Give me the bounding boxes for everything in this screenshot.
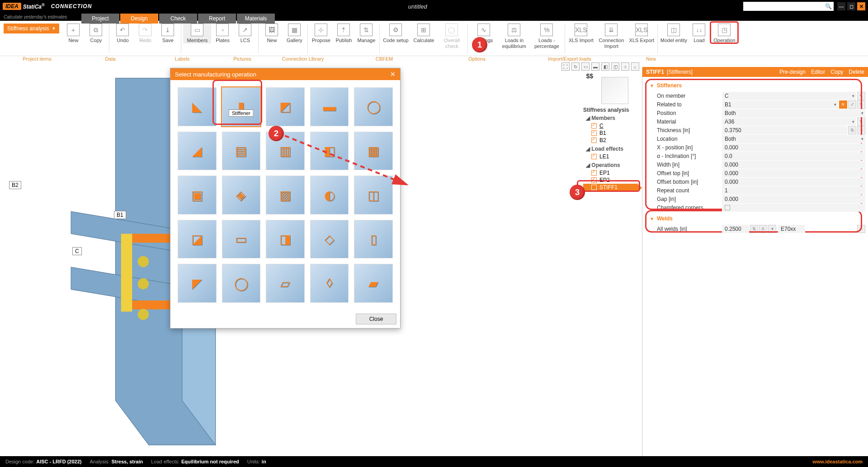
propose-button[interactable]: ⊹Propose	[310, 22, 332, 43]
operation-cell-15[interactable]: ◪	[178, 220, 217, 259]
dropdown-icon[interactable]: ▾	[768, 225, 776, 233]
code-setup-button[interactable]: ⚙Code setup	[382, 22, 410, 43]
loads-pct-button[interactable]: %Loads - percentage	[530, 22, 563, 49]
operation-cell-9[interactable]: ▦	[354, 132, 393, 171]
tab-materials[interactable]: Materials	[237, 14, 275, 24]
website-link[interactable]: www.ideastatica.com	[812, 459, 863, 464]
checkbox-icon[interactable]	[591, 170, 597, 176]
operation-cell-16[interactable]: ▭	[222, 220, 261, 259]
editor-action[interactable]: Editor	[811, 69, 825, 75]
load-button[interactable]: ↓↓Load	[688, 22, 710, 43]
plates-button[interactable]: ▫Plates	[211, 22, 234, 43]
minimize-button[interactable]: —	[837, 2, 845, 10]
xls-export-button[interactable]: XLSXLS Export	[627, 22, 656, 43]
tree-group-loads[interactable]: ◢ Load effects	[586, 146, 637, 152]
prop-value[interactable]: A36▾	[722, 118, 856, 126]
analysis-type-combo[interactable]: Stiffness analysis▼	[4, 24, 59, 33]
tree-item-stiff1[interactable]: STIFF1	[583, 184, 637, 191]
tree-group-ops[interactable]: ◢ Operations	[586, 162, 637, 168]
copy-action[interactable]: Copy	[830, 69, 843, 75]
operation-cell-8[interactable]: ◧	[310, 132, 349, 171]
operation-cell-3[interactable]: ▬	[310, 87, 349, 126]
operation-cell-21[interactable]: ◯	[222, 264, 261, 303]
operation-cell-12[interactable]: ▨	[266, 176, 305, 214]
section-stiffeners[interactable]: Stiffeners	[650, 82, 865, 89]
weld-material[interactable]: E70xx	[778, 225, 805, 233]
orientation-cube[interactable]	[601, 77, 628, 104]
gallery-button[interactable]: ▦Gallery	[283, 22, 306, 43]
operation-button[interactable]: ◳Operation	[710, 22, 738, 43]
tab-report[interactable]: Report	[198, 14, 236, 24]
prop-value[interactable]: 0.0	[722, 152, 865, 160]
operation-cell-10[interactable]: ▣	[178, 176, 217, 214]
manage-button[interactable]: ⇅Manage	[355, 22, 377, 43]
tab-check[interactable]: Check	[159, 14, 197, 24]
operation-cell-22[interactable]: ▱	[266, 264, 305, 303]
maximize-button[interactable]: ◻	[847, 2, 855, 10]
prop-value[interactable]: Both▾	[722, 109, 865, 117]
operation-cell-20[interactable]: ◤	[178, 264, 217, 303]
operation-cell-19[interactable]: ▯	[354, 220, 393, 259]
prop-value[interactable]: 1	[722, 186, 865, 195]
checkbox-icon[interactable]	[591, 138, 597, 143]
connection-import-button[interactable]: ⇊Connection Import	[595, 22, 627, 49]
operation-cell-0[interactable]: ◣	[178, 87, 217, 126]
modal-close-icon[interactable]: ✕	[390, 71, 396, 78]
operation-cell-4[interactable]: ◯	[354, 87, 393, 126]
tree-item-le1[interactable]: LE1	[583, 153, 637, 160]
tab-project[interactable]: Project	[81, 14, 119, 24]
operation-cell-11[interactable]: ◈	[222, 176, 261, 214]
picker-icon[interactable]: ↖	[857, 100, 865, 109]
prop-value[interactable]: 0.000	[722, 178, 865, 186]
operation-cell-6[interactable]: ▤	[222, 132, 261, 171]
weld-value[interactable]: 0.2500	[722, 225, 749, 233]
prop-value[interactable]: C▾	[722, 92, 856, 100]
more-icon[interactable]: ⋯	[857, 126, 865, 134]
checkbox-icon[interactable]	[591, 123, 597, 129]
operation-cell-18[interactable]: ◇	[310, 220, 349, 259]
prop-value[interactable]: 0.000	[722, 161, 865, 169]
weld-symbol-icon[interactable]: ⩚	[759, 225, 767, 233]
section-welds[interactable]: Welds	[650, 215, 865, 222]
checkbox-icon[interactable]	[591, 177, 597, 183]
add-icon[interactable]: ＋	[857, 225, 865, 233]
publish-button[interactable]: ⇡Publish	[332, 22, 355, 43]
operation-cell-13[interactable]: ◐	[310, 176, 349, 214]
undo-button[interactable]: ↶Undo	[111, 22, 134, 43]
calculate-button[interactable]: ⊞Calculate	[410, 22, 438, 43]
delete-action[interactable]: Delete	[849, 69, 864, 75]
copy-button[interactable]: ⧉Copy	[85, 22, 107, 43]
prop-value[interactable]: 0.000	[722, 169, 865, 177]
predesign-action[interactable]: Pre-design	[779, 69, 806, 75]
menu-icon[interactable]: ≡	[839, 100, 847, 109]
loads-eq-button[interactable]: ⚖Loads in equilibrium	[498, 22, 530, 49]
operation-cell-2[interactable]: ◩	[266, 87, 305, 126]
checkbox-icon[interactable]	[591, 185, 597, 190]
operation-cell-5[interactable]: ◢	[178, 132, 217, 171]
checkbox-icon[interactable]	[591, 154, 597, 159]
tree-item-b1[interactable]: B1	[583, 129, 637, 137]
prop-value[interactable]: 0.3750	[722, 126, 847, 134]
tree-item-ep1[interactable]: EP1	[583, 169, 637, 176]
tree-group-members[interactable]: ◢ Members	[586, 115, 637, 121]
new-button[interactable]: ＋New	[62, 22, 85, 43]
tree-item-ep2[interactable]: EP2	[583, 176, 637, 184]
save-button[interactable]: ⤓Save	[156, 22, 179, 43]
operation-cell-1[interactable]: ▮Stiffener	[222, 87, 261, 126]
tree-item-b2[interactable]: B2	[583, 137, 637, 144]
model-entity-button[interactable]: ◫Model entity	[660, 22, 688, 43]
lcs-button[interactable]: ↗LCS	[234, 22, 256, 43]
operation-cell-14[interactable]: ◫	[354, 176, 393, 214]
close-button[interactable]: ✕	[857, 2, 865, 10]
picture-new-button[interactable]: 🖼New	[260, 22, 283, 43]
picker-icon[interactable]: ↖	[857, 92, 865, 100]
prop-value[interactable]: 0.000	[722, 143, 865, 152]
tree-item-c[interactable]: C	[583, 122, 637, 129]
members-button[interactable]: ▭Members	[183, 22, 211, 43]
redo-button[interactable]: ↷Redo	[134, 22, 156, 43]
spinner-icon[interactable]: ⇅	[750, 225, 758, 233]
prop-value[interactable]: B1▾	[722, 100, 838, 109]
search-input[interactable]: 🔍	[743, 2, 834, 11]
expand-icon[interactable]: ⤢	[848, 100, 856, 109]
xls-import-button[interactable]: XLSXLS Import	[567, 22, 595, 43]
